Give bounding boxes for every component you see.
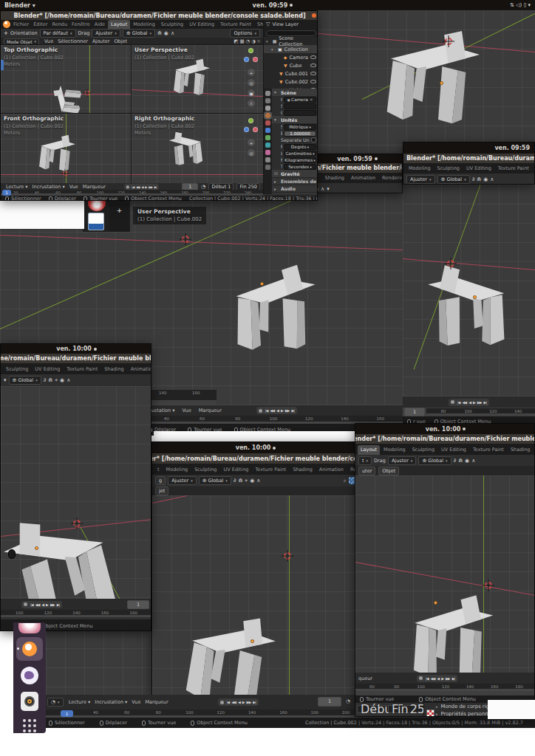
play-reverse-button[interactable]: ◀ (276, 408, 279, 413)
start-frame-field[interactable]: Début1 (208, 183, 234, 190)
pan-hand-icon[interactable]: ◎ (248, 149, 255, 157)
workspace-tab[interactable]: Shading (508, 445, 533, 455)
properties-tab-icon[interactable] (265, 150, 270, 155)
play-button[interactable]: ▶ (280, 408, 284, 413)
timeline-ruler[interactable]: 6080100120140160180 (355, 684, 535, 691)
next-keyframe-button[interactable]: ▶▶ (477, 399, 483, 405)
workspace-tab[interactable]: Sculpting (191, 465, 219, 475)
record-button[interactable] (126, 185, 129, 188)
property-value[interactable] (311, 137, 316, 142)
jump-end-button[interactable]: ▶| (451, 676, 456, 681)
workspace-tab[interactable]: UV Editing (463, 164, 494, 173)
zoom-icon[interactable]: + (248, 69, 255, 76)
transform-orientation-dropdown[interactable]: Par défaut (40, 29, 76, 38)
editor-type-dropdown[interactable]: ◔ (47, 698, 64, 707)
table-model[interactable] (172, 55, 211, 98)
editor-type-label[interactable]: View Layer (272, 21, 299, 27)
system-clock[interactable]: ven. 09:59 (253, 2, 293, 9)
window-title-bar[interactable]: Blender* [/home/romain/Bureau/duramen/Fi… (1, 11, 318, 20)
workspace-tab[interactable]: Texture Paint (64, 365, 100, 374)
pivot-dropdown[interactable]: ⊕Global (199, 476, 231, 485)
filter-icon[interactable]: ▽ (266, 21, 270, 27)
property-value[interactable]: Centimètres (284, 151, 316, 157)
jump-start-button[interactable]: |◀ (265, 408, 269, 413)
play-button[interactable]: ▶ (472, 399, 476, 405)
workspace-tab[interactable]: Shading (290, 465, 315, 475)
workspace-tab[interactable]: UV Editing (221, 465, 252, 475)
axis-x-handle[interactable] (253, 127, 258, 132)
workspace-tab[interactable]: Texture Paint (495, 164, 532, 173)
next-keyframe-button[interactable]: ▶▶ (246, 699, 252, 705)
workspace-tab[interactable]: Modeling (130, 20, 158, 29)
frame-field[interactable]: 1 (182, 183, 198, 190)
pane-front-orthographic[interactable]: Front Orthographic(1) Collection | Cube.… (1, 114, 132, 183)
navigation-gizmo[interactable]: + ◎ (244, 118, 259, 162)
options-dropdown[interactable]: Options (230, 29, 260, 38)
tool-fragment-dropdown[interactable]: t (358, 456, 372, 465)
visibility-eye-icon[interactable] (310, 72, 316, 75)
properties-tab-icon[interactable] (265, 113, 270, 118)
property-row[interactable]: ▾Unités (272, 116, 318, 123)
clock-icon[interactable]: ◔ (346, 698, 350, 704)
record-button[interactable] (259, 409, 262, 413)
window-title-bar[interactable]: Blender* [/home/romain/Bureau/duramen/Fi… (403, 154, 535, 163)
outliner-row[interactable]: ▼Cube (264, 61, 318, 69)
playhead[interactable]: 1 (61, 710, 73, 717)
prev-keyframe-button[interactable]: ◀◀ (430, 676, 436, 681)
pivot-dropdown[interactable]: ⊕Global (123, 29, 155, 38)
property-row[interactable]: Separate Units (272, 137, 318, 143)
prev-keyframe-button[interactable]: ◀◀ (35, 602, 41, 608)
menu-item[interactable]: Lecture ▾ (67, 699, 93, 705)
menu-item[interactable]: Objet (112, 38, 129, 44)
property-row[interactable]: ▸Monde de corps rigide (272, 192, 318, 194)
grid-toggle-icon[interactable]: ⌗ (248, 100, 255, 107)
menu-item[interactable]: Vue (42, 38, 55, 44)
workspace-tab[interactable]: Layout (108, 20, 130, 29)
workspace-tab[interactable]: Modeling (381, 445, 409, 455)
table-model-right[interactable] (168, 126, 204, 171)
property-row[interactable]: Échelle d'unité1.000000 (272, 130, 318, 137)
jump-end-button[interactable]: ▶| (290, 408, 295, 413)
prev-keyframe-button[interactable]: ◀◀ (461, 399, 467, 405)
scrollbar[interactable] (151, 400, 217, 405)
next-keyframe-button[interactable]: ▶▶ (50, 602, 55, 608)
menu-item[interactable]: Incrustation ▾ (30, 184, 67, 190)
drag-action-dropdown[interactable]: Ajuster (92, 29, 120, 38)
properties-tab-icon[interactable] (265, 142, 270, 148)
jump-end-button[interactable]: ▶| (154, 184, 157, 189)
blender-logo-icon[interactable] (3, 21, 10, 28)
workspace-tab[interactable]: Animation (316, 465, 347, 475)
table-model-front[interactable] (38, 130, 76, 176)
property-row[interactable]: LongueurCentimètres (272, 150, 318, 157)
play-reverse-button[interactable]: ◀ (237, 699, 241, 705)
next-keyframe-button[interactable]: ▶▶ (445, 676, 451, 681)
workspace-tab[interactable]: Shading (254, 20, 263, 29)
table-model[interactable] (369, 25, 495, 128)
proportional-editing-icon[interactable]: ◉ (164, 30, 168, 36)
snap-magnet-icon[interactable]: ⋒ (238, 478, 242, 484)
system-status-icons[interactable]: ⇅ ◁) ▯ ▾ (510, 2, 535, 8)
falloff-icon[interactable]: ∧ (471, 458, 475, 464)
next-keyframe-button[interactable]: ▶▶ (284, 408, 290, 413)
table-model[interactable] (421, 248, 514, 365)
menu-vue[interactable]: Vue (180, 408, 194, 413)
falloff-icon[interactable]: ∧ (490, 176, 494, 182)
property-row[interactable]: Scène d'arrière... (272, 103, 318, 109)
object-menu-fragment[interactable]: Objet (378, 467, 399, 475)
menu-item[interactable]: Aide (92, 21, 107, 27)
record-button[interactable] (220, 701, 224, 704)
jump-start-button[interactable]: |◀ (30, 602, 34, 608)
property-value[interactable]: Secondes (284, 164, 316, 170)
object-menu-fragment[interactable]: jet (155, 487, 168, 495)
workspace-tab[interactable]: Modeling (406, 164, 434, 173)
expand-arrow-icon[interactable]: ▾ (271, 47, 276, 52)
play-reverse-button[interactable]: ◀ (468, 399, 471, 405)
navigation-gizmo[interactable]: + ◎ ▣ ⌗ (244, 48, 259, 111)
snap-magnet-icon[interactable]: ⋒ (458, 458, 463, 464)
menu-item[interactable]: Éditer (31, 21, 50, 27)
menu-item[interactable]: Sélectionner (55, 38, 90, 44)
outliner-row[interactable]: ▼Cube.001 (264, 69, 318, 78)
window-title-bar[interactable]: Blender* [/home/romain/Bureau/duramen/Fi… (355, 434, 535, 444)
jump-end-button[interactable]: ▶| (483, 399, 488, 405)
menu-item[interactable]: Rendu (50, 21, 70, 27)
